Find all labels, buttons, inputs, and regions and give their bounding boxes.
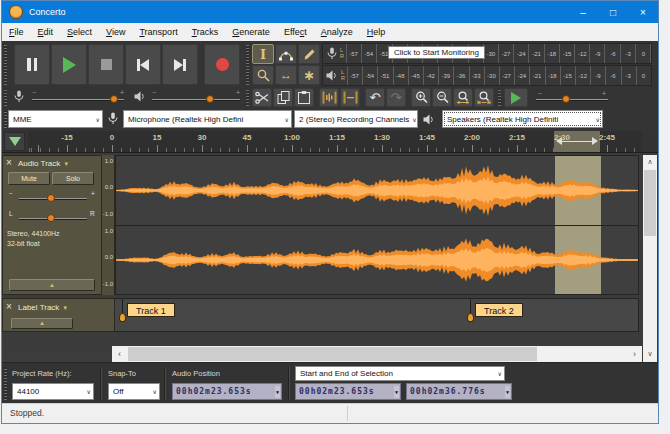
multi-tool-button[interactable]: ∗ <box>298 65 320 85</box>
skip-to-start-button[interactable] <box>125 44 161 85</box>
toolbar-dock: I ↔ ∗ LR -57-54-51-48-45-42-39-36-33-30-… <box>2 41 658 131</box>
play-speed-slider[interactable] <box>536 99 608 100</box>
menu-view[interactable]: View <box>99 23 132 41</box>
silence-audio-button[interactable] <box>340 88 360 107</box>
waveform-channel-left[interactable] <box>116 156 638 226</box>
menu-transport[interactable]: Transport <box>132 23 184 41</box>
menu-generate[interactable]: Generate <box>225 23 277 41</box>
menu-select[interactable]: Select <box>60 23 99 41</box>
play-speed-handle[interactable] <box>562 95 570 103</box>
horizontal-scrollbar-thumb[interactable] <box>128 347 537 361</box>
mute-button[interactable]: Mute <box>8 172 50 185</box>
scroll-left-icon[interactable]: ‹ <box>112 346 127 362</box>
play-at-speed-button[interactable] <box>504 88 528 107</box>
label-marker-icon[interactable] <box>467 313 474 322</box>
selection-start-field[interactable]: 00h02m23.653s▼ <box>295 383 401 400</box>
scroll-right-icon[interactable]: › <box>627 346 642 362</box>
recording-device-icon <box>108 112 118 125</box>
minimize-button[interactable]: – <box>568 1 598 23</box>
vertical-scrollbar-thumb[interactable] <box>644 170 656 236</box>
envelope-tool-button[interactable] <box>275 44 297 64</box>
snap-to-select[interactable]: Off∨ <box>108 383 160 400</box>
project-rate-select[interactable]: 44100∨ <box>12 383 94 400</box>
paste-button[interactable] <box>294 88 314 107</box>
waveform-channel-right[interactable] <box>116 226 638 294</box>
zoom-tool-button[interactable] <box>252 65 274 85</box>
pan-slider-handle[interactable] <box>47 214 55 222</box>
chevron-down-icon: ∨ <box>84 388 91 395</box>
fit-project-button[interactable] <box>474 88 494 107</box>
menu-help[interactable]: Help <box>360 23 393 41</box>
menu-analyze[interactable]: Analyze <box>314 23 360 41</box>
meter-tick-label: -27 <box>499 73 514 79</box>
stop-button[interactable] <box>88 44 124 85</box>
menu-edit[interactable]: Edit <box>31 23 61 41</box>
transport-grip[interactable] <box>4 45 7 85</box>
trim-audio-button[interactable] <box>319 88 339 107</box>
edit-grip[interactable] <box>246 89 249 106</box>
playback-meter[interactable]: LR -57-54-51-48-45-42-39-36-33-30-27-24-… <box>322 65 652 86</box>
monitoring-tooltip: Click to Start Monitoring <box>388 46 485 59</box>
label-track-content[interactable]: Track 1Track 2 <box>115 298 639 332</box>
recording-device-select[interactable]: Microphone (Realtek High Defini∨ <box>123 110 292 128</box>
record-button[interactable] <box>204 44 240 85</box>
label-track-title[interactable]: Label Track▼ <box>18 303 68 312</box>
device-grip[interactable] <box>4 111 7 128</box>
playback-volume-handle[interactable] <box>206 95 214 103</box>
label-chip[interactable]: Track 2 <box>475 303 523 317</box>
scroll-down-icon[interactable]: ∨ <box>643 346 657 362</box>
draw-tool-button[interactable] <box>298 44 320 64</box>
horizontal-scrollbar[interactable]: ‹ › <box>112 346 642 362</box>
recording-channels-select[interactable]: 2 (Stereo) Recording Channels∨ <box>294 110 418 128</box>
playback-device-select[interactable]: Speakers (Realtek High Definiti∨ <box>442 110 603 128</box>
menu-file[interactable]: File <box>2 23 31 41</box>
audacity-window: Concerto – □ × FileEditSelectViewTranspo… <box>1 0 659 424</box>
copy-button[interactable] <box>273 88 293 107</box>
close-button[interactable]: × <box>628 1 658 23</box>
solo-button[interactable]: Solo <box>52 172 94 185</box>
label-track-close-button[interactable]: × <box>6 302 12 312</box>
selection-mode-select[interactable]: Start and End of Selection∨ <box>295 366 505 381</box>
timeline-tick-label: -15 <box>53 133 81 142</box>
play-button[interactable] <box>51 44 87 85</box>
vertical-scrollbar[interactable]: ∧ <box>643 155 657 346</box>
playback-device-icon <box>423 114 435 125</box>
mixer-grip[interactable] <box>4 89 7 106</box>
pause-button[interactable] <box>14 44 50 85</box>
recording-meter[interactable]: LR -57-54-51-48-45-42-39-36-33-30-27-24-… <box>322 43 652 64</box>
fit-selection-button[interactable] <box>453 88 473 107</box>
zoom-in-button[interactable] <box>411 88 431 107</box>
cut-button[interactable] <box>252 88 272 107</box>
undo-button[interactable]: ↶ <box>365 88 385 107</box>
playback-volume-slider[interactable] <box>152 99 240 100</box>
audio-host-select[interactable]: MME∨ <box>8 110 103 128</box>
selection-tool-button[interactable]: I <box>252 44 274 64</box>
menu-effect[interactable]: Effect <box>277 23 314 41</box>
selection-toolbar-grip[interactable] <box>4 367 7 400</box>
recording-volume-handle[interactable] <box>110 95 118 103</box>
selection-end-field[interactable]: 00h02m36.776s▼ <box>406 383 512 400</box>
audio-position-field[interactable]: 00h02m23.653s▼ <box>172 383 282 400</box>
waveform-view[interactable] <box>115 155 639 295</box>
timeline-pin-button[interactable] <box>4 132 25 151</box>
amplitude-tick-label: 0.0 <box>105 254 113 260</box>
skip-to-end-button[interactable] <box>162 44 198 85</box>
label-chip[interactable]: Track 1 <box>127 303 175 317</box>
collapse-track-button[interactable]: ▲ <box>11 318 73 329</box>
title-bar[interactable]: Concerto – □ × <box>2 1 658 23</box>
tools-grip[interactable] <box>246 45 249 85</box>
label-marker-icon[interactable] <box>119 313 126 322</box>
redo-button[interactable]: ↷ <box>386 88 406 107</box>
time-shift-tool-button[interactable]: ↔ <box>275 65 297 85</box>
timeline-ruler[interactable]: -1501530451:001:151:301:452:002:152:302:… <box>28 131 642 152</box>
audio-track-close-button[interactable]: × <box>6 158 12 168</box>
scroll-up-icon[interactable]: ∧ <box>643 155 657 169</box>
play-at-speed-grip[interactable] <box>498 89 501 106</box>
menu-tracks[interactable]: Tracks <box>185 23 226 41</box>
maximize-button[interactable]: □ <box>598 1 628 23</box>
audio-track-title[interactable]: Audio Track▼ <box>18 159 69 168</box>
gain-slider-handle[interactable] <box>47 194 55 202</box>
zoom-out-button[interactable] <box>432 88 452 107</box>
trim-audio-icon <box>322 91 337 104</box>
collapse-track-button[interactable]: ▲ <box>9 279 95 291</box>
